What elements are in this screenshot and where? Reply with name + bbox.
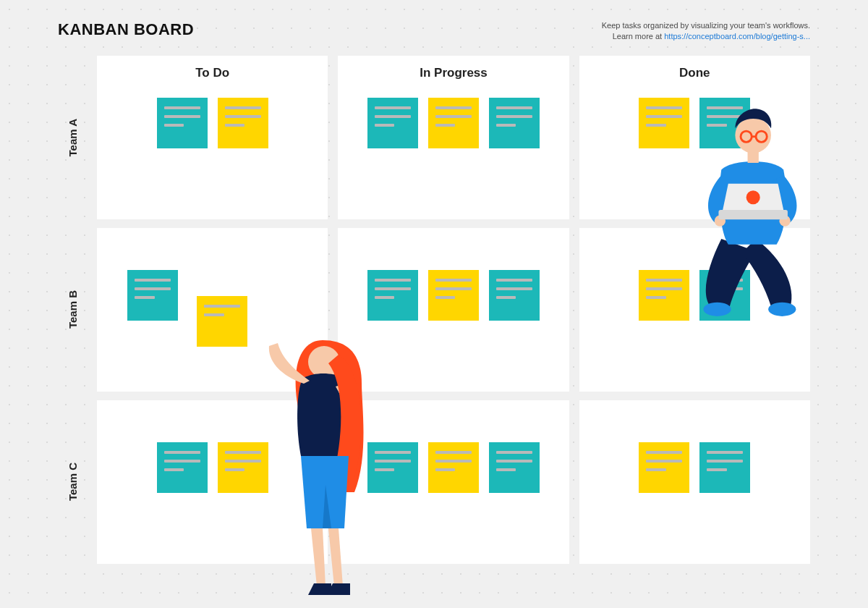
cell-team-b-done[interactable]: . (579, 228, 810, 392)
cell-team-a-inprogress[interactable]: In Progress (338, 56, 569, 219)
column-header-done: Done (592, 66, 797, 80)
kanban-card[interactable] (699, 98, 750, 148)
kanban-card[interactable] (489, 98, 540, 148)
kanban-card[interactable] (639, 442, 689, 493)
cell-team-b-inprogress[interactable]: . (338, 228, 569, 392)
cell-team-a-todo[interactable]: To Do (97, 56, 328, 219)
kanban-card[interactable] (367, 98, 418, 148)
kanban-card[interactable] (127, 270, 178, 321)
kanban-card[interactable] (157, 442, 208, 493)
kanban-card[interactable] (639, 98, 689, 148)
cell-team-c-done[interactable]: . (579, 400, 810, 564)
kanban-card[interactable] (218, 442, 268, 493)
help-line-2-prefix: Learn more at (613, 32, 665, 41)
row-label-team-a: Team A (67, 119, 79, 157)
kanban-card[interactable] (218, 98, 268, 148)
kanban-card[interactable] (197, 296, 247, 347)
help-line-1: Keep tasks organized by visualizing your… (602, 21, 810, 30)
help-link[interactable]: https://conceptboard.com/blog/getting-s.… (664, 32, 810, 41)
column-header-inprogress: In Progress (351, 66, 556, 80)
kanban-card[interactable] (428, 98, 479, 148)
help-text: Keep tasks organized by visualizing your… (602, 20, 810, 43)
kanban-card[interactable] (489, 442, 540, 493)
kanban-card[interactable] (157, 98, 208, 148)
page-title: KANBAN BOARD (58, 20, 194, 39)
kanban-card[interactable] (428, 270, 479, 321)
cell-team-a-done[interactable]: Done (579, 56, 810, 219)
kanban-card[interactable] (367, 270, 418, 321)
kanban-card[interactable] (489, 270, 540, 321)
row-label-team-b: Team B (67, 290, 79, 329)
cell-team-b-todo[interactable]: . (97, 228, 328, 392)
cell-team-c-inprogress[interactable]: . (338, 400, 569, 564)
kanban-card[interactable] (367, 442, 418, 493)
kanban-board: Team A To Do In Progress Done Team (58, 56, 810, 564)
kanban-card[interactable] (699, 442, 750, 493)
kanban-card[interactable] (699, 270, 750, 321)
column-header-todo: To Do (110, 66, 315, 80)
cell-team-c-todo[interactable]: . (97, 400, 328, 564)
row-label-team-c: Team C (67, 463, 79, 501)
kanban-card[interactable] (639, 270, 689, 321)
kanban-card[interactable] (428, 442, 479, 493)
